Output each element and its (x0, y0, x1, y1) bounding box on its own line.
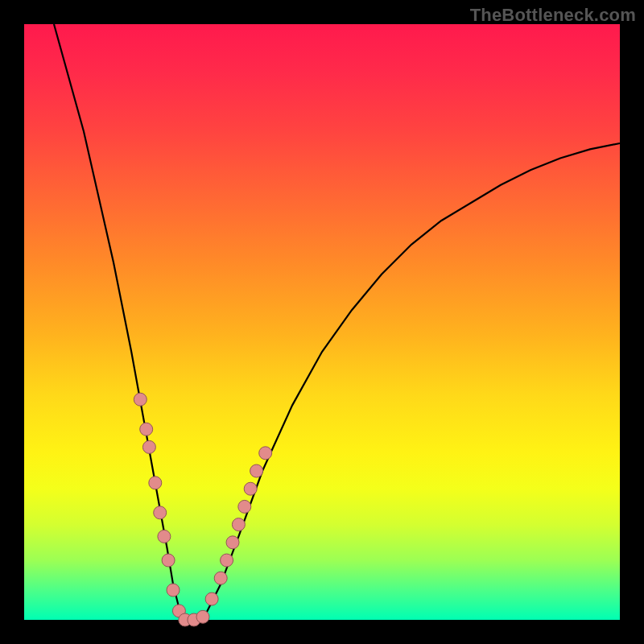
scatter-points (134, 393, 271, 626)
chart-svg (24, 24, 620, 620)
scatter-point (140, 423, 153, 436)
scatter-point (162, 554, 175, 567)
scatter-point (167, 584, 180, 597)
watermark-text: TheBottleneck.com (470, 5, 636, 26)
bottleneck-curve (54, 24, 620, 620)
scatter-point (259, 447, 272, 460)
scatter-point (149, 477, 162, 489)
scatter-point (250, 464, 263, 477)
scatter-point (158, 530, 171, 543)
scatter-point (226, 536, 239, 549)
plot-area (24, 24, 620, 620)
scatter-point (205, 592, 218, 605)
scatter-point (232, 518, 245, 531)
scatter-point (238, 500, 251, 513)
scatter-point (214, 572, 227, 584)
scatter-point (196, 610, 209, 623)
scatter-point (244, 482, 257, 495)
scatter-point (221, 554, 233, 567)
scatter-point (134, 393, 147, 406)
scatter-point (154, 506, 167, 519)
scatter-point (142, 440, 155, 453)
